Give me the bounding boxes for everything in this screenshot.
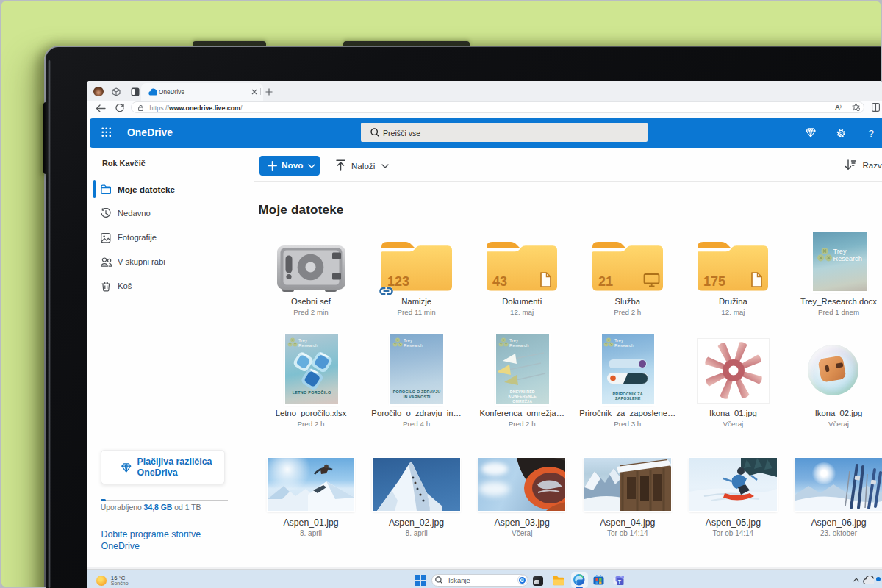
svg-text:Research: Research [833, 255, 861, 262]
svg-text:Trey: Trey [833, 248, 846, 255]
